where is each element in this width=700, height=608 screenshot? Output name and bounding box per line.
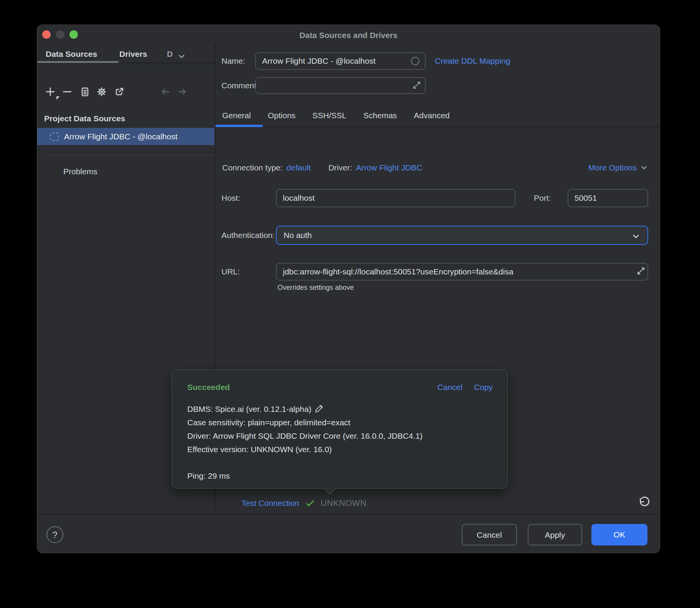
name-input[interactable] — [255, 52, 426, 70]
datasource-icon — [50, 132, 59, 141]
help-button[interactable]: ? — [46, 526, 63, 543]
test-connection-row: Test Connection UNKNOWN — [241, 494, 367, 512]
url-label: URL: — [221, 263, 240, 281]
tab-general[interactable]: General — [222, 111, 251, 120]
forward-arrow-button[interactable] — [177, 86, 188, 97]
tab-options[interactable]: Options — [268, 111, 296, 120]
comment-label: Comment: — [221, 77, 259, 94]
problems-section-label[interactable]: Problems — [63, 167, 97, 176]
popup-body: DBMS: Spice.ai (ver. 0.12.1-alpha) Case … — [187, 402, 496, 482]
test-status-text: UNKNOWN — [321, 498, 367, 508]
connection-type-value-link[interactable]: default — [287, 163, 311, 172]
popup-cancel-link[interactable]: Cancel — [438, 383, 462, 392]
connection-type-label: Connection type: — [222, 163, 283, 172]
remove-button[interactable] — [62, 86, 73, 97]
more-options-label: More Options — [588, 163, 637, 172]
sidebar-divider — [43, 155, 215, 155]
footer-bar: ? Cancel Apply OK — [37, 514, 660, 553]
create-ddl-mapping-link[interactable]: Create DDL Mapping — [435, 52, 510, 70]
authentication-label: Authentication: — [221, 226, 275, 245]
screen: Data Sources and Drivers Data Sources Dr… — [0, 0, 700, 608]
tabs-overflow-chevron-icon[interactable] — [177, 52, 186, 61]
active-tab-underline — [37, 61, 119, 63]
url-expand-icon[interactable] — [636, 266, 646, 276]
authentication-select[interactable]: No auth — [276, 226, 648, 245]
driver-value-link[interactable]: Arrow Flight JDBC — [356, 163, 423, 172]
popup-header: Succeeded Cancel Copy — [187, 382, 493, 393]
test-connection-link[interactable]: Test Connection — [241, 499, 299, 508]
titlebar: Data Sources and Drivers — [37, 25, 660, 44]
comment-input[interactable] — [255, 77, 426, 94]
data-sources-dialog: Data Sources and Drivers Data Sources Dr… — [37, 25, 660, 553]
ok-button[interactable]: OK — [591, 524, 647, 545]
sidebar-tab-strip: Data Sources Drivers D — [37, 44, 215, 63]
progress-ring-icon — [411, 57, 419, 65]
undo-icon[interactable] — [636, 496, 650, 510]
url-input[interactable]: jdbc:arrow-flight-sql://localhost:50051?… — [276, 263, 648, 281]
form-tab-strip: General Options SSH/SSL Schemas Advanced — [222, 107, 450, 124]
host-input[interactable] — [276, 189, 515, 207]
status-badge: Succeeded — [187, 383, 230, 392]
popup-copy-link[interactable]: Copy — [474, 383, 493, 392]
ping-line: Ping: 29 ms — [187, 469, 496, 482]
driver-label: Driver: — [329, 163, 352, 172]
case-sensitivity-line: Case sensitivity: plain=upper, delimited… — [187, 416, 496, 429]
tab-data-sources[interactable]: Data Sources — [46, 50, 97, 59]
back-arrow-button[interactable] — [160, 86, 171, 97]
tab-drivers[interactable]: Drivers — [119, 50, 147, 59]
comment-expand-icon[interactable] — [412, 80, 422, 90]
tab-advanced[interactable]: Advanced — [414, 111, 449, 120]
url-hint: Overrides settings above — [277, 284, 354, 292]
duplicate-button[interactable] — [79, 86, 90, 97]
active-form-tab-underline — [215, 125, 263, 127]
add-button[interactable] — [45, 86, 56, 97]
section-header-project-data-sources: Project Data Sources — [44, 114, 125, 123]
chevron-down-icon — [631, 232, 641, 241]
authentication-value: No auth — [284, 231, 312, 240]
sidebar-toolbar — [37, 83, 215, 101]
port-label: Port: — [534, 189, 551, 207]
cancel-button[interactable]: Cancel — [462, 524, 517, 545]
tab-truncated[interactable]: D — [167, 50, 173, 59]
driver-line: Driver: Arrow Flight SQL JDBC Driver Cor… — [187, 429, 496, 443]
chevron-down-icon — [640, 164, 648, 172]
effective-version-line: Effective version: UNKNOWN (ver. 16.0) — [187, 443, 496, 456]
checkmark-icon — [305, 498, 315, 509]
data-source-name: Arrow Flight JDBC - @localhost — [64, 132, 178, 141]
dbms-text: DBMS: Spice.ai (ver. 0.12.1-alpha) — [187, 405, 311, 413]
data-source-list-item-selected[interactable]: Arrow Flight JDBC - @localhost — [37, 128, 215, 145]
port-input[interactable] — [568, 189, 648, 207]
name-label: Name: — [221, 52, 245, 70]
test-connection-result-popup: Succeeded Cancel Copy DBMS: Spice.ai (ve… — [172, 370, 508, 489]
pencil-icon[interactable] — [314, 403, 324, 413]
tabs-divider — [215, 126, 660, 127]
tab-schemas[interactable]: Schemas — [363, 111, 397, 120]
dbms-line: DBMS: Spice.ai (ver. 0.12.1-alpha) — [187, 402, 496, 416]
apply-button[interactable]: Apply — [528, 524, 582, 545]
host-label: Host: — [221, 189, 240, 207]
more-options-link[interactable]: More Options — [588, 159, 648, 176]
window-title: Data Sources and Drivers — [37, 25, 660, 44]
connection-type-row: Connection type: default Driver: Arrow F… — [222, 159, 422, 176]
tab-ssh-ssl[interactable]: SSH/SSL — [312, 111, 347, 120]
settings-gear-button[interactable] — [96, 86, 107, 97]
export-button[interactable] — [114, 86, 125, 97]
